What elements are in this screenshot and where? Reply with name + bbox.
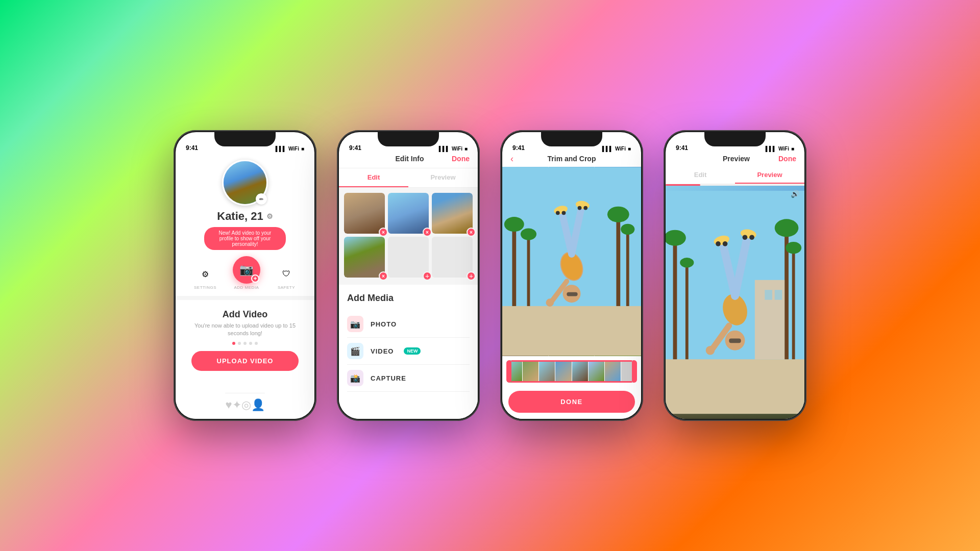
nav-boost[interactable]: ✦ xyxy=(232,398,241,412)
media-option-photo[interactable]: 📷 PHOTO xyxy=(347,311,470,338)
svg-point-19 xyxy=(583,206,587,210)
svg-point-23 xyxy=(546,298,554,307)
trim-bar[interactable] xyxy=(506,360,637,383)
svg-rect-30 xyxy=(792,251,795,360)
profile-avatar-wrap: ✏ xyxy=(222,160,268,206)
p2-header: Edit Info Done xyxy=(339,155,478,168)
media-option-capture[interactable]: 📸 CAPTURE xyxy=(347,365,470,392)
nav-messages[interactable]: ◎ xyxy=(241,398,251,412)
p3-back-button[interactable]: ‹ xyxy=(510,155,513,164)
preview-video-svg xyxy=(666,186,804,419)
p2-tab-edit[interactable]: Edit xyxy=(339,168,408,187)
p2-tab-preview[interactable]: Preview xyxy=(408,168,478,187)
svg-point-49 xyxy=(706,346,715,355)
preview-sound-icon[interactable]: 🔊 xyxy=(791,190,799,198)
signal-icon-4: ▌▌▌ xyxy=(766,146,776,152)
p4-title: Preview xyxy=(723,155,750,163)
p4-done-button[interactable]: Done xyxy=(778,155,796,163)
p4-tab-edit[interactable]: Edit xyxy=(666,167,735,184)
phone-4: 9:41 ▌▌▌ WiFi ■ Preview Done Edit Previe… xyxy=(664,130,806,421)
photo-cell-add-2[interactable]: + xyxy=(432,237,473,278)
photo-remove-4[interactable]: × xyxy=(379,271,388,281)
add-video-desc: You're now able to upload video up to 15… xyxy=(186,322,304,338)
done-button-phone3[interactable]: DONE xyxy=(508,391,635,413)
svg-point-7 xyxy=(607,207,629,222)
add-media-button[interactable]: 📷 + xyxy=(233,256,260,284)
svg-point-43 xyxy=(723,241,728,246)
video-option-label: VIDEO xyxy=(371,347,394,355)
photo-add-button-1[interactable]: + xyxy=(423,271,432,281)
profile-name: Katie, 21 ⚙ xyxy=(217,210,273,223)
phone-3: 9:41 ▌▌▌ WiFi ■ ‹ Trim and Crop xyxy=(500,130,643,421)
photo-add-placeholder-2 xyxy=(432,237,473,278)
nav-like[interactable]: ♥ xyxy=(225,398,232,412)
new-badge: NEW xyxy=(404,347,421,355)
photo-cell-2[interactable]: × xyxy=(388,193,429,234)
svg-point-9 xyxy=(621,224,634,235)
add-media-sheet: Add Media 📷 PHOTO 🎬 VIDEO NEW 📸 CAPTURE xyxy=(339,285,478,419)
svg-rect-35 xyxy=(765,290,772,299)
wifi-icon-3: WiFi xyxy=(615,146,626,152)
battery-icon-4: ■ xyxy=(791,146,794,152)
video-crop-area: 0:07 🔊 ∞ 1x xyxy=(502,167,641,356)
p4-header: Preview Done xyxy=(666,155,804,167)
svg-rect-6 xyxy=(616,217,620,306)
status-icons-4: ▌▌▌ WiFi ■ xyxy=(766,146,794,152)
photo-thumb-1 xyxy=(344,193,385,234)
svg-rect-8 xyxy=(626,232,629,306)
status-icons-1: ▌▌▌ WiFi ■ xyxy=(276,146,304,152)
safety-icon: 🛡 xyxy=(277,264,296,284)
safety-icon-item[interactable]: 🛡 SAFETY xyxy=(277,264,296,290)
status-icons-2: ▌▌▌ WiFi ■ xyxy=(439,146,468,152)
upload-video-button[interactable]: UPLOAD VIDEO xyxy=(191,351,299,371)
dot-4 xyxy=(249,342,252,345)
add-media-label: ADD MEDIA xyxy=(234,285,259,290)
nav-profile[interactable]: 👤 xyxy=(251,398,265,412)
photo-remove-2[interactable]: × xyxy=(423,228,432,237)
bottom-nav-1: ♥ ✦ ◎ 👤 xyxy=(225,393,264,419)
p2-done-button[interactable]: Done xyxy=(452,155,470,163)
settings-icon-item[interactable]: ⚙ SETTINGS xyxy=(194,264,216,290)
avatar-edit-button[interactable]: ✏ xyxy=(256,193,267,205)
photo-cell-add-1[interactable]: + xyxy=(388,237,429,278)
trim-handle-right[interactable] xyxy=(632,360,637,383)
dot-1 xyxy=(232,342,235,345)
p4-tabs: Edit Preview xyxy=(666,167,804,184)
capture-option-label: CAPTURE xyxy=(371,374,406,382)
battery-icon-2: ■ xyxy=(464,146,468,152)
notch-3 xyxy=(541,132,602,146)
phone2-screen: Edit Info Done Edit Preview × xyxy=(339,155,478,419)
video-option-icon: 🎬 xyxy=(347,343,363,359)
photo-option-label: PHOTO xyxy=(371,320,397,328)
photo-remove-1[interactable]: × xyxy=(379,228,388,237)
svg-point-33 xyxy=(680,258,694,267)
photo-option-icon: 📷 xyxy=(347,316,363,332)
trim-bar-container xyxy=(502,356,641,387)
time-2: 9:41 xyxy=(349,144,361,152)
svg-rect-32 xyxy=(685,265,689,360)
photo-remove-3[interactable]: × xyxy=(467,228,476,237)
photo-cell-3[interactable]: × xyxy=(432,193,473,234)
add-video-banner: New! Add video to your profile to show o… xyxy=(204,227,286,250)
photo-add-placeholder-1 xyxy=(388,237,429,278)
photo-cell-1[interactable]: × xyxy=(344,193,385,234)
p4-tab-preview[interactable]: Preview xyxy=(735,167,804,184)
dot-5 xyxy=(255,342,258,345)
media-option-video[interactable]: 🎬 VIDEO NEW xyxy=(347,338,470,365)
video-content-svg xyxy=(502,167,641,356)
add-media-item[interactable]: 📷 + ADD MEDIA xyxy=(233,256,260,290)
p2-header-title: Edit Info xyxy=(396,155,424,163)
photo-add-button-2[interactable]: + xyxy=(467,271,476,281)
notch-1 xyxy=(214,132,276,146)
photo-cell-4[interactable]: × xyxy=(344,237,385,278)
dot-indicators xyxy=(232,342,258,345)
svg-point-17 xyxy=(562,211,566,215)
svg-point-3 xyxy=(504,217,524,232)
trim-handle-left[interactable] xyxy=(506,360,511,383)
capture-option-icon: 📸 xyxy=(347,370,363,386)
svg-point-45 xyxy=(749,235,754,240)
photo-thumb-2 xyxy=(388,193,429,234)
wifi-icon-4: WiFi xyxy=(778,146,789,152)
add-video-section: Add Video You're now able to upload vide… xyxy=(176,304,314,376)
verify-icon: ⚙ xyxy=(266,212,273,220)
